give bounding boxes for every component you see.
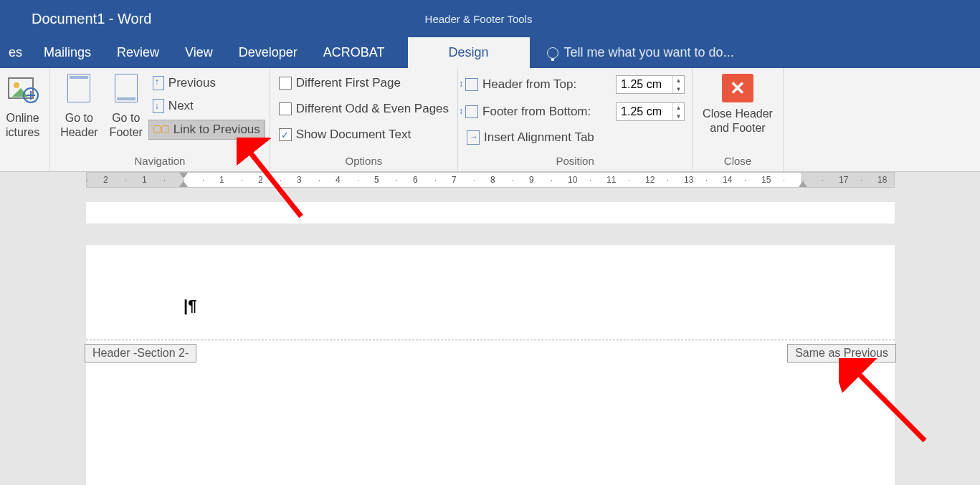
step-up-icon[interactable]: ▲ <box>673 103 684 112</box>
document-title: Document1 - Word <box>0 11 151 27</box>
group-label-blank <box>0 153 45 171</box>
go-to-footer-l2: Footer <box>110 125 143 140</box>
go-to-footer-button[interactable]: Go to Footer <box>104 71 148 140</box>
svg-point-1 <box>14 82 19 88</box>
link-to-previous-button[interactable]: Link to Previous <box>148 120 265 140</box>
tell-me-placeholder: Tell me what you want to do... <box>564 45 734 60</box>
different-odd-even-checkbox[interactable]: Different Odd & Even Pages <box>275 100 453 118</box>
tab-view[interactable]: View <box>172 37 226 68</box>
different-odd-even-label: Different Odd & Even Pages <box>296 102 449 116</box>
go-to-footer-l1: Go to <box>110 111 143 125</box>
insert-alignment-tab-icon <box>467 130 480 145</box>
group-navigation: Go to Header Go to Footer Previous Next <box>50 68 270 171</box>
step-up-icon[interactable]: ▲ <box>673 76 684 85</box>
tab-review[interactable]: Review <box>104 37 172 68</box>
text-cursor: |¶ <box>184 297 196 315</box>
group-label-close: Close <box>697 153 779 171</box>
previous-page-fragment <box>86 202 895 224</box>
tab-mailings[interactable]: Mailings <box>31 37 104 68</box>
go-to-header-l1: Go to <box>60 111 97 125</box>
ruler-area: 211234567891011121314151718 <box>0 172 980 188</box>
contextual-tab-title: Header & Footer Tools <box>412 0 545 37</box>
footer-from-bottom-input[interactable]: ▲▼ <box>616 102 685 121</box>
horizontal-ruler[interactable]: 211234567891011121314151718 <box>86 172 895 188</box>
group-label-options: Options <box>275 153 453 171</box>
titlebar: Document1 - Word Header & Footer Tools <box>0 0 980 37</box>
footer-from-bottom-field[interactable] <box>617 103 672 120</box>
footer-from-bottom-label: Footer from Bottom: <box>482 105 612 119</box>
tab-design[interactable]: Design <box>408 37 530 68</box>
step-down-icon[interactable]: ▼ <box>673 112 684 120</box>
header-section-tag: Header -Section 2- <box>85 344 196 362</box>
insert-alignment-tab-label: Insert Alignment Tab <box>484 130 594 145</box>
tab-acrobat[interactable]: ACROBAT <box>310 37 398 68</box>
checkbox-checked-icon: ✓ <box>279 128 292 141</box>
go-to-header-l2: Header <box>60 125 97 140</box>
group-insert-partial: Online ictures <box>0 68 50 171</box>
show-document-text-label: Show Document Text <box>296 128 411 142</box>
link-to-previous-icon <box>153 123 169 136</box>
go-to-footer-icon <box>110 74 143 107</box>
header-separator <box>86 340 895 340</box>
group-close: ✕ Close Header and Footer Close <box>693 68 784 171</box>
lightbulb-icon <box>547 47 558 59</box>
show-document-text-checkbox[interactable]: ✓ Show Document Text <box>275 125 453 144</box>
previous-button[interactable]: Previous <box>148 74 265 92</box>
close-label-2: and Footer <box>703 121 773 135</box>
tab-partial[interactable]: es <box>0 37 31 68</box>
insert-alignment-tab-button[interactable]: Insert Alignment Tab <box>462 128 688 147</box>
page[interactable]: |¶ Header -Section 2- Same as Previous <box>86 245 895 485</box>
ribbon: Online ictures Go to Header Go to Footer… <box>0 68 980 172</box>
go-to-header-icon <box>62 74 95 107</box>
header-from-top-field[interactable] <box>617 76 672 93</box>
close-icon: ✕ <box>722 74 753 102</box>
different-first-page-checkbox[interactable]: Different First Page <box>275 74 453 92</box>
go-to-header-button[interactable]: Go to Header <box>54 71 103 140</box>
ribbon-tabs: es Mailings Review View Developer ACROBA… <box>0 37 980 68</box>
online-pictures-label-1: Online <box>6 111 39 125</box>
group-position: Header from Top: ▲▼ Footer from Bottom: … <box>458 68 693 171</box>
previous-label: Previous <box>168 76 216 90</box>
next-label: Next <box>168 99 194 113</box>
group-label-position: Position <box>462 153 688 171</box>
group-label-navigation: Navigation <box>54 153 265 171</box>
tab-developer[interactable]: Developer <box>226 37 310 68</box>
online-pictures-button[interactable]: Online ictures <box>0 71 45 140</box>
online-pictures-label-2: ictures <box>6 125 39 140</box>
header-from-top-input[interactable]: ▲▼ <box>616 75 685 94</box>
same-as-previous-tag: Same as Previous <box>787 344 896 362</box>
next-button[interactable]: Next <box>148 97 265 115</box>
link-to-previous-label: Link to Previous <box>173 123 260 137</box>
online-pictures-icon <box>6 74 39 107</box>
step-down-icon[interactable]: ▼ <box>673 85 684 93</box>
checkbox-empty-icon <box>279 77 292 90</box>
checkbox-empty-icon <box>279 102 292 115</box>
header-from-top-icon <box>465 78 478 91</box>
previous-icon <box>153 76 164 90</box>
header-from-top-label: Header from Top: <box>482 77 612 92</box>
tell-me-search[interactable]: Tell me what you want to do... <box>547 37 734 68</box>
close-label-1: Close Header <box>703 107 773 121</box>
group-options: Different First Page Different Odd & Eve… <box>270 68 458 171</box>
close-header-footer-button[interactable]: ✕ Close Header and Footer <box>697 71 779 135</box>
document-area: |¶ Header -Section 2- Same as Previous <box>0 188 980 485</box>
different-first-page-label: Different First Page <box>296 76 401 90</box>
footer-from-bottom-icon <box>465 105 478 118</box>
next-icon <box>153 99 164 113</box>
